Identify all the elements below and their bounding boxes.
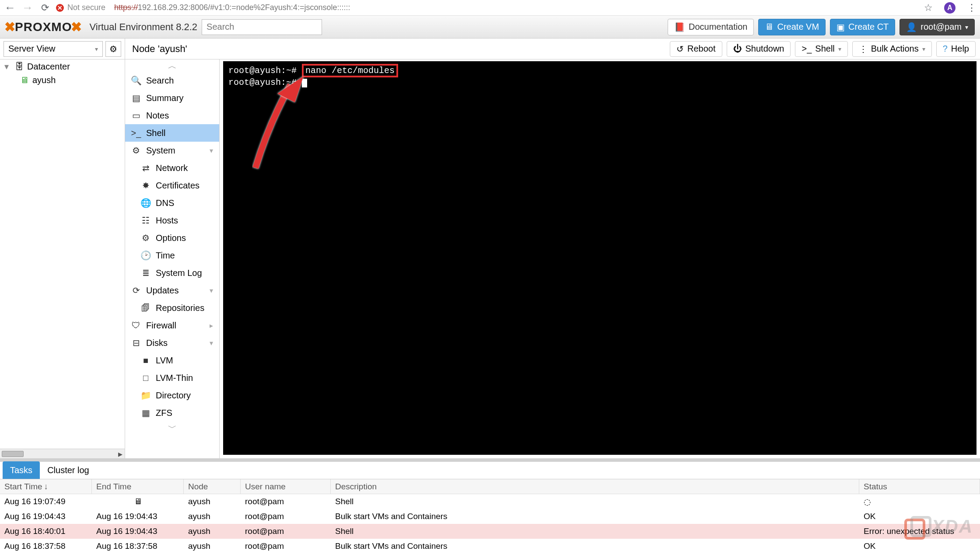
sidebar-item-lvm[interactable]: ■LVM xyxy=(125,352,219,369)
reload-button[interactable]: ⟳ xyxy=(38,2,52,14)
resource-tree: ▾ 🗄 Datacenter 🖥 ayush ▸ xyxy=(0,59,125,458)
note-icon: ▭ xyxy=(131,110,141,121)
version-label: Virtual Environment 8.2.2 xyxy=(89,21,197,33)
bulk-actions-button[interactable]: ⋮Bulk Actions▾ xyxy=(852,41,932,57)
sidebar-item-dns[interactable]: 🌐DNS xyxy=(125,194,219,212)
global-search-input[interactable] xyxy=(202,19,322,35)
bookmark-star-icon[interactable]: ☆ xyxy=(924,2,933,14)
sidebar-item-options[interactable]: ⚙Options xyxy=(125,229,219,247)
col-description[interactable]: Description xyxy=(331,479,859,494)
sidebar-item-summary[interactable]: ▤Summary xyxy=(125,89,219,107)
tree-datacenter[interactable]: ▾ 🗄 Datacenter xyxy=(0,59,125,73)
col-status[interactable]: Status xyxy=(859,479,980,494)
sidebar-collapse-up[interactable]: ︿ xyxy=(125,59,219,72)
back-button[interactable]: ← xyxy=(4,1,17,14)
url-bar[interactable]: https://192.168.29.32:8006/#v1:0:=node%2… xyxy=(114,3,350,12)
files-icon: 🗐 xyxy=(141,303,150,313)
logo-x-left-icon: ✖ xyxy=(4,19,16,35)
create-vm-button[interactable]: 🖥 Create VM xyxy=(758,19,826,35)
chevron-down-icon: ▾ xyxy=(210,286,213,295)
sidebar-item-search[interactable]: 🔍Search xyxy=(125,72,219,89)
user-menu-button[interactable]: 👤 root@pam ▾ xyxy=(900,19,975,35)
sidebar-item-zfs[interactable]: ▦ZFS xyxy=(125,404,219,422)
network-icon: ⇄ xyxy=(141,163,150,173)
server-icon: 🗄 xyxy=(15,62,24,72)
user-icon: 👤 xyxy=(906,22,917,32)
profile-avatar[interactable]: A xyxy=(944,2,956,14)
node-icon: 🖥 xyxy=(20,75,29,85)
shell-dropdown-button[interactable]: >_Shell▾ xyxy=(795,41,847,57)
terminal-icon: >_ xyxy=(802,44,812,54)
chevron-down-icon: ▾ xyxy=(210,339,213,347)
book-icon: 📕 xyxy=(674,22,685,32)
help-button[interactable]: ?Help xyxy=(936,41,976,57)
col-node[interactable]: Node xyxy=(184,479,241,494)
loading-spinner-icon: ◌ xyxy=(864,497,872,505)
sidebar-item-lvmthin[interactable]: □LVM-Thin xyxy=(125,369,219,387)
log-tabs: Tasks Cluster log xyxy=(0,462,980,479)
insecure-icon: ✕ xyxy=(56,4,64,12)
log-column-headers: Start Time ↓ End Time Node User name Des… xyxy=(0,479,980,494)
tab-cluster-log[interactable]: Cluster log xyxy=(40,461,97,479)
refresh-icon: ⟳ xyxy=(131,285,141,296)
table-row[interactable]: Aug 16 18:37:58Aug 16 18:37:58ayushroot@… xyxy=(0,539,980,551)
sidebar-item-shell[interactable]: >_Shell xyxy=(125,124,219,142)
reboot-button[interactable]: ↺Reboot xyxy=(670,41,722,57)
scrollbar-thumb[interactable] xyxy=(2,451,24,457)
security-badge[interactable]: ✕ Not secure xyxy=(56,3,105,12)
sidebar-item-directory[interactable]: 📁Directory xyxy=(125,387,219,404)
table-row[interactable]: Aug 16 19:04:43Aug 16 19:04:43ayushroot@… xyxy=(0,509,980,524)
col-user[interactable]: User name xyxy=(241,479,331,494)
square-outline-icon: □ xyxy=(141,373,150,383)
console-container: root@ayush:~# nano /etc/modules root@ayu… xyxy=(220,59,980,458)
tree-node-ayush[interactable]: 🖥 ayush xyxy=(0,73,125,87)
sidebar-item-hosts[interactable]: ☷Hosts xyxy=(125,212,219,229)
context-title: Node 'ayush' xyxy=(125,43,670,55)
proxmox-logo[interactable]: ✖ PROXMO ✖ xyxy=(5,19,81,35)
shell-console[interactable]: root@ayush:~# nano /etc/modules root@ayu… xyxy=(223,61,976,455)
browser-menu-icon[interactable]: ⋮ xyxy=(967,2,976,14)
col-start-time[interactable]: Start Time ↓ xyxy=(0,479,92,494)
sort-down-icon: ↓ xyxy=(44,482,49,492)
scroll-right-icon[interactable]: ▸ xyxy=(116,449,125,459)
sidebar-item-certificates[interactable]: ✸Certificates xyxy=(125,177,219,194)
create-ct-button[interactable]: ▣ Create CT xyxy=(830,19,895,35)
documentation-button[interactable]: 📕 Documentation xyxy=(668,19,754,35)
sidebar-item-network[interactable]: ⇄Network xyxy=(125,159,219,177)
sidebar-item-syslog[interactable]: ≣System Log xyxy=(125,264,219,282)
hosts-icon: ☷ xyxy=(141,215,150,226)
table-row[interactable]: Aug 16 19:07:49🖥ayushroot@pamShell◌ xyxy=(0,494,980,509)
sidebar-item-firewall[interactable]: 🛡Firewall▸ xyxy=(125,317,219,334)
chevron-down-icon: ▾ xyxy=(965,24,968,31)
collapse-icon[interactable]: ▾ xyxy=(4,61,11,72)
node-sidebar: ︿ 🔍Search ▤Summary ▭Notes >_Shell ⚙Syste… xyxy=(125,59,220,458)
gears-icon: ⚙ xyxy=(131,145,141,156)
sidebar-item-disks[interactable]: ⊟Disks▾ xyxy=(125,334,219,352)
main-area: ▾ 🗄 Datacenter 🖥 ayush ▸ ︿ 🔍Search ▤Summ… xyxy=(0,59,980,458)
table-row[interactable]: Aug 16 18:40:01Aug 16 19:04:43ayushroot@… xyxy=(0,524,980,539)
globe-icon: 🌐 xyxy=(141,198,150,208)
sidebar-item-system[interactable]: ⚙System▾ xyxy=(125,142,219,159)
search-icon: 🔍 xyxy=(131,75,141,86)
sidebar-item-time[interactable]: 🕑Time xyxy=(125,247,219,264)
col-end-time[interactable]: End Time xyxy=(92,479,184,494)
task-log-panel: Tasks Cluster log Start Time ↓ End Time … xyxy=(0,458,980,551)
list-icon: ≣ xyxy=(141,268,150,278)
shutdown-button[interactable]: ⏻Shutdown xyxy=(727,41,791,57)
kebab-icon: ⋮ xyxy=(859,44,868,54)
sidebar-item-updates[interactable]: ⟳Updates▾ xyxy=(125,282,219,299)
view-combo[interactable]: Server View ▾ xyxy=(4,41,103,57)
tree-settings-button[interactable]: ⚙ xyxy=(105,41,121,57)
highlighted-command: nano /etc/modules xyxy=(302,64,398,77)
context-bar: Server View ▾ ⚙ Node 'ayush' ↺Reboot ⏻Sh… xyxy=(0,38,980,59)
sidebar-item-repositories[interactable]: 🗐Repositories xyxy=(125,299,219,317)
tree-horizontal-scrollbar[interactable]: ▸ xyxy=(0,449,125,458)
disk-icon: ⊟ xyxy=(131,338,141,348)
clock-icon: 🕑 xyxy=(141,250,150,261)
sidebar-item-notes[interactable]: ▭Notes xyxy=(125,107,219,124)
tab-tasks[interactable]: Tasks xyxy=(3,461,40,479)
cursor-block xyxy=(302,79,307,87)
cube-icon: ▣ xyxy=(836,22,845,32)
forward-button[interactable]: → xyxy=(21,1,34,14)
sidebar-collapse-down[interactable]: ﹀ xyxy=(125,422,219,434)
